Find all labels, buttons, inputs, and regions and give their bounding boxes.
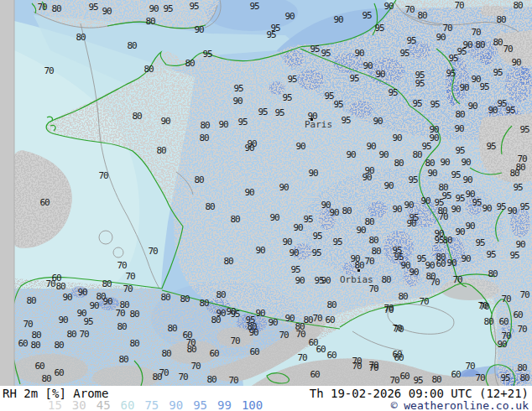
copyright-notice: © weatheronline.co.uk: [391, 399, 529, 411]
rh-value-label: 80: [519, 373, 529, 382]
rh-value-label: 90: [255, 309, 264, 318]
rh-value-label: 80: [513, 1, 522, 10]
rh-value-label: 80: [326, 300, 336, 310]
rh-value-label: 80: [66, 330, 76, 339]
rh-value-label: 90: [465, 221, 474, 231]
rh-value-label: 90: [218, 120, 227, 129]
rh-value-label: 80: [145, 17, 154, 26]
rh-value-label: 80: [488, 269, 497, 278]
rh-value-label: 90: [375, 70, 384, 79]
rh-value-label: 90: [420, 196, 430, 206]
rh-value-label: 80: [132, 112, 141, 121]
rh-value-label: 95: [341, 116, 350, 125]
rh-value-label: 80: [156, 146, 165, 155]
rh-value-label: 90: [244, 188, 253, 197]
rh-value-label: 90: [406, 219, 415, 228]
rh-value-label: 95: [266, 30, 275, 39]
rh-value-label: 95: [475, 238, 484, 247]
rh-value-label: 90: [373, 117, 382, 126]
rh-value-label: 90: [461, 254, 470, 263]
rh-value-label: 95: [88, 3, 97, 12]
rh-value-label: 90: [58, 315, 67, 325]
rh-value-label: 90: [308, 169, 317, 178]
rh-value-label: 70: [148, 247, 157, 256]
rh-value-label: 80: [223, 257, 232, 266]
rh-value-label: 80: [118, 355, 128, 364]
rh-value-label: 80: [26, 296, 35, 305]
rh-value-label: 90: [497, 340, 506, 349]
rh-value-label: 90: [467, 101, 477, 111]
domain-edge-strip: [0, 0, 14, 386]
rh-value-label: 80: [442, 236, 451, 245]
rh-value-label: 95: [258, 107, 267, 117]
rh-value-label: 70: [517, 325, 526, 334]
rh-value-label: 90: [268, 318, 277, 327]
city-dot-orbias: [357, 269, 360, 272]
rh-value-label: 95: [519, 202, 529, 211]
rh-value-label: 95: [249, 2, 258, 11]
rh-value-label: 95: [310, 44, 319, 54]
rh-value-label: 60: [325, 315, 334, 325]
rh-value-label: 70: [45, 279, 55, 289]
rh-value-label: 80: [493, 38, 502, 47]
rh-value-label: 80: [216, 290, 225, 299]
rh-value-label: 70: [452, 275, 462, 284]
rh-value-label: 90: [362, 173, 371, 182]
rh-value-label: 80: [412, 150, 421, 159]
rh-value-label: 60: [513, 310, 522, 320]
rh-value-label: 80: [185, 59, 194, 68]
rh-value-label: 90: [427, 169, 436, 178]
rh-value-label: 95: [202, 49, 211, 59]
rh-value-label: 80: [30, 341, 39, 350]
rh-value-label: 80: [160, 293, 170, 302]
rh-value-label: 90: [409, 268, 418, 277]
rh-value-label: 60: [436, 259, 445, 268]
rh-value-label: 80: [398, 292, 407, 301]
rh-value-label: 95: [399, 49, 409, 58]
rh-value-label: 95: [290, 265, 300, 274]
legend-value-45: 45: [96, 398, 111, 411]
datetime-label: Th 19-02-2026 09:00 UTC (12+21): [310, 387, 529, 400]
rh-value-label: 60: [399, 372, 409, 381]
rh-value-label: 95: [500, 373, 509, 382]
rh-value-label: 90: [488, 106, 497, 115]
rh-value-label: 90: [293, 223, 302, 232]
rh-value-label: 80: [475, 40, 484, 49]
legend-value-99: 99: [217, 398, 232, 411]
rh-value-label: 70: [368, 284, 378, 294]
rh-value-label: 70: [125, 272, 134, 281]
rh-value-label: 70: [368, 361, 378, 370]
rh-value-label: 95: [233, 84, 243, 93]
rh-value-label: 80: [394, 159, 403, 168]
rh-value-label: 95: [519, 125, 529, 134]
rh-value-label: 60: [326, 351, 336, 360]
rh-value-label: 70: [117, 261, 126, 270]
rh-value-label: 70: [394, 325, 403, 334]
rh-value-label: 90: [392, 133, 401, 143]
weather-map-screenshot: 7080959090959595809080809580807095909580…: [0, 0, 532, 411]
rh-value-label: 80: [368, 236, 378, 245]
rh-value-label: 95: [362, 11, 371, 20]
legend-value-60: 60: [121, 398, 135, 411]
rh-value-label: 95: [312, 232, 321, 241]
rh-value-label: 70: [519, 290, 529, 299]
rh-value-label: 80: [119, 300, 128, 310]
rh-value-label: 90: [289, 248, 298, 258]
rh-value-label: 80: [371, 247, 380, 256]
rh-value-label: 90: [440, 158, 449, 167]
rh-value-label: 95: [282, 93, 291, 102]
rh-value-label: 80: [199, 299, 208, 308]
rh-value-label: 60: [310, 370, 319, 379]
rh-value-label: 95: [287, 75, 296, 84]
rh-value-label: 70: [479, 302, 488, 311]
rh-value-label: 95: [406, 36, 415, 45]
rh-value-label: 90: [89, 301, 98, 310]
rh-value-label: 90: [333, 15, 342, 24]
rh-value-label: 90: [232, 96, 242, 106]
rh-value-label: 95: [496, 202, 505, 211]
rh-value-label: 95: [324, 91, 333, 101]
rh-value-label: 70: [312, 314, 321, 323]
rh-value-label: 80: [51, 4, 60, 13]
rh-value-label: 95: [83, 317, 92, 326]
rh-value-label: 90: [149, 4, 158, 13]
